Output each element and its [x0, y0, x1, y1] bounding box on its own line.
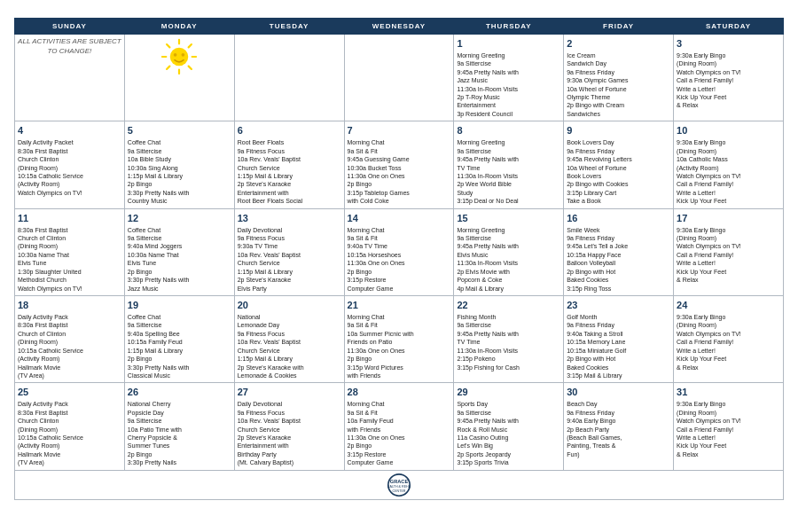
calendar-cell-w2-d0: 118:30a First BaptistChurch of Clinton(D…: [15, 208, 125, 295]
cell-content: Morning Chat9a Sit & Fit10a Family Feudw…: [348, 400, 451, 467]
cell-content: National CherryPopsicle Day9a Sittercise…: [128, 400, 231, 467]
calendar-cell-w0-d3: [344, 35, 454, 121]
cell-content: 9:30a Early Bingo(Dining Room)10a Cathol…: [677, 138, 780, 206]
week-row-2: 118:30a First BaptistChurch of Clinton(D…: [15, 208, 784, 295]
cell-content: Morning Greeting9a Sittercise9:45a Prett…: [457, 138, 560, 206]
calendar-cell-w1-d5: 9Book Lovers Day9a Fitness Friday9:45a R…: [564, 121, 674, 208]
week-row-1: 4Daily Activity Packet8:30a First Baptis…: [15, 121, 784, 208]
calendar-cell-w2-d3: 14Morning Chat9a Sit & Fit9:40a TV Time1…: [344, 208, 454, 295]
cell-content: Morning Chat9a Sit & Fit9:45a Guessing G…: [348, 138, 451, 206]
calendar-cell-w2-d4: 15Morning Greeting9a Sittercise9:45a Pre…: [454, 208, 564, 295]
calendar-cell-w4-d3: 28Morning Chat9a Sit & Fit10a Family Feu…: [344, 383, 454, 470]
sun-icon: [160, 37, 199, 76]
day-number: 15: [457, 212, 560, 225]
cell-content: Beach Day9a Fitness Friday9:40a Early Bi…: [567, 400, 670, 458]
cell-content: Coffee Chat9a Sittercise10a Bible Study1…: [128, 138, 231, 206]
calendar-cell-w1-d2: 6Root Beer Floats9a Fitness Focus10a Rev…: [234, 121, 344, 208]
day-number: 20: [238, 299, 341, 312]
cell-content: Fishing Month9a Sittercise9:45a Pretty N…: [457, 313, 560, 372]
calendar-cell-w4-d0: 25Daily Activity Pack8:30a First Baptist…: [15, 383, 125, 470]
cell-content: 9:30a Early Bingo(Dining Room)Watch Olym…: [677, 51, 780, 110]
day-number: 6: [238, 124, 341, 137]
calendar-cell-w2-d6: 179:30a Early Bingo(Dining Room)Watch Ol…: [674, 208, 784, 295]
calendar-cell-w3-d1: 19Coffee Chat9a Sittercise9:40a Spelling…: [124, 296, 234, 383]
calendar-cell-w4-d5: 30Beach Day9a Fitness Friday9:40a Early …: [564, 383, 674, 470]
cell-content: Daily Devotional9a Fitness Focus10a Rev.…: [238, 400, 341, 467]
calendar-cell-w3-d2: 20NationalLemonade Day9a Fitness Focus10…: [234, 296, 344, 383]
calendar-cell-w2-d1: 12Coffee Chat9a Sittercise9:40a Mind Jog…: [124, 208, 234, 295]
svg-line-6: [189, 66, 192, 69]
cell-content: Morning Chat9a Sit & Fit9:40a TV Time10:…: [348, 226, 451, 293]
day-number: 30: [567, 386, 670, 399]
header-day-monday: MONDAY: [124, 19, 234, 35]
calendar-cell-w3-d6: 249:30a Early Bingo(Dining Room)Watch Ol…: [674, 296, 784, 383]
cell-content: NationalLemonade Day9a Fitness Focus10a …: [238, 313, 341, 380]
day-number: 1: [457, 37, 560, 51]
calendar-cell-w0-d0: ALL ACTIVITIES ARE SUBJECT TO CHANGE!: [15, 35, 125, 121]
calendar-cell-w2-d2: 13Daily Devotional9a Fitness Focus9:30a …: [234, 208, 344, 295]
calendar-cell-w3-d5: 23Golf Month9a Fitness Friday9:40a Takin…: [564, 296, 674, 383]
header-day-saturday: SATURDAY: [674, 19, 784, 35]
header-day-sunday: SUNDAY: [15, 19, 125, 35]
svg-point-10: [174, 53, 177, 57]
cell-content: Golf Month9a Fitness Friday9:40a Taking …: [567, 313, 670, 380]
day-number: 24: [677, 299, 780, 312]
calendar-cell-w4-d1: 26National CherryPopsicle Day9a Sitterci…: [124, 383, 234, 470]
day-number: 13: [238, 212, 341, 225]
cell-content: 9:30a Early Bingo(Dining Room)Watch Olym…: [677, 400, 780, 458]
calendar-cell-w4-d4: 29Sports Day9a Sittercise9:45a Pretty Na…: [454, 383, 564, 470]
week-row-4: 25Daily Activity Pack8:30a First Baptist…: [15, 383, 784, 470]
calendar-cell-w0-d1: [124, 35, 234, 121]
cell-content: Morning Greeting9a Sittercise9:45a Prett…: [457, 226, 560, 293]
cell-content: Sports Day9a Sittercise9:45a Pretty Nail…: [457, 400, 560, 467]
day-number: 17: [677, 212, 780, 225]
calendar-cell-w0-d4: 1Morning Greeting9a Sittercise9:45a Pret…: [454, 35, 564, 121]
week-row-3: 18Daily Activity Pack8:30a First Baptist…: [15, 296, 784, 383]
day-number: 29: [457, 386, 560, 399]
calendar-cell-w1-d3: 7Morning Chat9a Sit & Fit9:45a Guessing …: [344, 121, 454, 208]
day-number: 21: [348, 299, 451, 312]
day-number: 8: [457, 124, 560, 137]
calendar-cell-w4-d2: 27Daily Devotional9a Fitness Focus10a Re…: [234, 383, 344, 470]
day-number: 23: [567, 299, 670, 312]
calendar-cell-w2-d5: 16Smile Week9a Fitness Friday9:45a Let's…: [564, 208, 674, 295]
calendar-cell-w0-d5: 2Ice CreamSandwich Day9a Fitness Friday9…: [564, 35, 674, 121]
cell-content: 9:30a Early Bingo(Dining Room)Watch Olym…: [677, 226, 780, 285]
cell-content: Root Beer Floats9a Fitness Focus10a Rev.…: [238, 138, 341, 206]
cell-content: Smile Week9a Fitness Friday9:45a Let's T…: [567, 226, 670, 293]
svg-point-11: [182, 53, 185, 57]
cell-content: Daily Activity Pack8:30a First BaptistCh…: [18, 313, 121, 380]
week-row-0: ALL ACTIVITIES ARE SUBJECT TO CHANGE! 1M…: [15, 35, 784, 121]
calendar-cell-w1-d0: 4Daily Activity Packet8:30a First Baptis…: [15, 121, 125, 208]
cell-content: 9:30a Early Bingo(Dining Room)Watch Olym…: [677, 313, 780, 372]
svg-line-7: [189, 44, 192, 47]
header-day-thursday: THURSDAY: [454, 19, 564, 35]
header-day-friday: FRIDAY: [564, 19, 674, 35]
calendar-cell-w3-d4: 22Fishing Month9a Sittercise9:45a Pretty…: [454, 296, 564, 383]
cell-content: Daily Activity Pack8:30a First BaptistCh…: [18, 400, 121, 467]
day-number: 3: [677, 37, 780, 51]
day-number: 22: [457, 299, 560, 312]
calendar-cell-w1-d4: 8Morning Greeting9a Sittercise9:45a Pret…: [454, 121, 564, 208]
calendar-header: SUNDAYMONDAYTUESDAYWEDNESDAYTHURSDAYFRID…: [15, 19, 784, 35]
day-number: 9: [567, 124, 670, 137]
day-number: 12: [128, 212, 231, 225]
day-number: 14: [348, 212, 451, 225]
calendar-cell-w4-d6: 319:30a Early Bingo(Dining Room)Watch Ol…: [674, 383, 784, 470]
cell-content: Coffee Chat9a Sittercise9:40a Spelling B…: [128, 313, 231, 380]
day-number: 25: [18, 386, 121, 399]
day-number: 4: [18, 124, 121, 137]
logo-area: GRACE HEALTH & REHAB CENTER: [18, 473, 780, 497]
day-number: 16: [567, 212, 670, 225]
svg-line-8: [167, 66, 169, 69]
svg-line-5: [167, 44, 169, 47]
cell-content: 8:30a First BaptistChurch of Clinton(Din…: [18, 226, 121, 293]
cell-content: Book Lovers Day9a Fitness Friday9:45a Re…: [567, 138, 670, 206]
calendar-cell-w3-d0: 18Daily Activity Pack8:30a First Baptist…: [15, 296, 125, 383]
day-number: 31: [677, 386, 780, 399]
cell-content: Daily Devotional9a Fitness Focus9:30a TV…: [238, 226, 341, 293]
day-number: 26: [128, 386, 231, 399]
svg-text:HEALTH & REHAB: HEALTH & REHAB: [387, 485, 411, 489]
day-number: 19: [128, 299, 231, 312]
calendar-cell-w0-d6: 39:30a Early Bingo(Dining Room)Watch Oly…: [674, 35, 784, 121]
